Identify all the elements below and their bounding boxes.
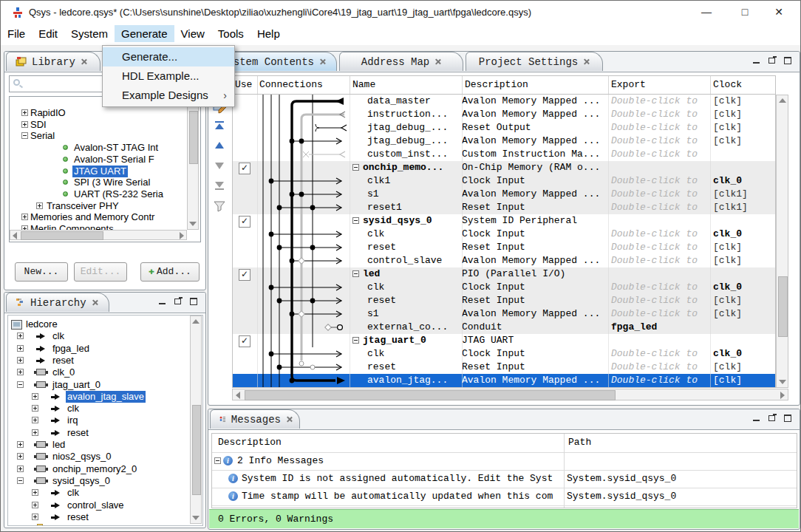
hierarchy-tree-item-ledcore[interactable]: ledcore (8, 318, 202, 330)
move-up-icon[interactable] (213, 140, 231, 158)
clock-cell[interactable]: [clk] (710, 374, 776, 387)
clock-cell[interactable]: [clk] (710, 241, 776, 254)
hierarchy-maximize-icon[interactable] (189, 297, 198, 305)
table-row-clk[interactable]: clkClock InputDouble-click toclk_0 (233, 228, 775, 241)
clock-cell[interactable] (710, 148, 776, 161)
clock-cell[interactable]: [clk] (710, 294, 776, 307)
export-cell[interactable]: fpga_led (608, 321, 712, 334)
column-header-description[interactable]: Description (465, 79, 528, 90)
minus-expander-icon[interactable] (17, 381, 24, 388)
export-cell[interactable]: Double-click to (608, 281, 712, 294)
tab-close-icon[interactable] (434, 58, 441, 65)
column-header-name[interactable]: Name (352, 79, 375, 90)
clock-cell[interactable]: [clk] (710, 134, 776, 148)
add-button[interactable]: ✚Add... (140, 262, 200, 282)
clock-cell[interactable]: [clk1] (710, 201, 776, 214)
export-cell[interactable]: Double-click to (608, 294, 712, 307)
system-contents-vscrollbar[interactable] (776, 95, 788, 388)
menu-item-example-designs[interactable]: Example Designs› (103, 86, 234, 105)
new-button[interactable]: New... (15, 262, 68, 282)
minus-expander-icon[interactable] (352, 337, 359, 344)
messages-tab[interactable]: Messages (210, 409, 300, 429)
export-cell[interactable]: Double-click to (608, 201, 712, 214)
hierarchy-tree-item-clk[interactable]: clk (8, 487, 202, 499)
export-cell[interactable] (608, 214, 712, 228)
plus-expander-icon[interactable] (17, 525, 24, 526)
use-checkbox[interactable]: ✓ (239, 335, 250, 347)
table-row-jtag-debug[interactable]: jtag_debug_...Reset OutputDouble-click t… (233, 121, 775, 134)
minus-expander-icon[interactable] (17, 477, 24, 484)
messages-float-icon[interactable] (768, 414, 777, 422)
menu-item-hdl-example[interactable]: HDL Example... (103, 66, 234, 86)
clock-cell[interactable]: clk_0 (710, 228, 776, 241)
table-row-instruction[interactable]: instruction...Avalon Memory Mapped ...Do… (233, 108, 775, 121)
plus-expander-icon[interactable] (32, 393, 38, 400)
hierarchy-tree-vscrollbar[interactable] (190, 316, 202, 524)
clock-cell[interactable] (710, 267, 776, 281)
table-row-reset[interactable]: resetReset InputDouble-click to[clk] (233, 361, 775, 374)
messages-column-description[interactable]: Description (218, 437, 282, 448)
menu-tools[interactable]: Tools (211, 25, 250, 42)
export-cell[interactable]: Double-click to (608, 121, 712, 134)
table-row-onchip-memo[interactable]: ✓onchip_memo...On-Chip Memory (RAM o... (233, 161, 775, 174)
minus-expander-icon[interactable] (214, 457, 221, 464)
plus-expander-icon[interactable] (32, 405, 38, 412)
hierarchy-tab-close-icon[interactable] (92, 299, 98, 306)
clock-cell[interactable]: [clk] (710, 121, 776, 134)
export-cell[interactable]: Double-click to (608, 374, 712, 387)
table-row-external-co[interactable]: external_co...Conduitfpga_led (233, 321, 775, 334)
export-cell[interactable]: Double-click to (608, 241, 712, 254)
table-row-s1[interactable]: s1Avalon Memory Mapped ...Double-click t… (233, 307, 775, 321)
menu-edit[interactable]: Edit (32, 25, 64, 42)
clock-cell[interactable]: [clk] (710, 361, 776, 374)
minus-expander-icon[interactable] (352, 270, 359, 277)
tab-address-map[interactable]: Address Map (339, 52, 463, 71)
menu-file[interactable]: File (1, 25, 32, 42)
use-checkbox[interactable]: ✓ (239, 216, 250, 228)
export-cell[interactable]: Double-click to (608, 361, 712, 374)
table-row-reset[interactable]: resetReset InputDouble-click to[clk] (233, 294, 775, 307)
column-header-clock[interactable]: Clock (713, 79, 742, 90)
export-cell[interactable] (608, 267, 712, 281)
plus-expander-icon[interactable] (32, 489, 38, 496)
hierarchy-tree-item-reset[interactable]: reset (8, 355, 202, 366)
clock-cell[interactable] (710, 214, 776, 228)
menu-view[interactable]: View (174, 25, 211, 42)
hierarchy-tree-item-led[interactable]: led (8, 439, 202, 451)
table-row-control-slave[interactable]: control_slaveAvalon Memory Mapped ...Dou… (233, 254, 775, 267)
clock-cell[interactable]: [clk] (710, 108, 776, 121)
hierarchy-tree-item-jtag-uart-0[interactable]: jtag_uart_0 (8, 379, 202, 391)
plus-expander-icon[interactable] (32, 417, 38, 423)
plus-expander-icon[interactable] (17, 441, 24, 448)
hierarchy-tree-item-irq[interactable]: irq (8, 415, 202, 426)
plus-expander-icon[interactable] (17, 453, 24, 460)
system-contents-minimize-icon[interactable] (752, 56, 761, 64)
table-row-clk1[interactable]: clk1Clock InputDouble-click toclk_0 (233, 174, 775, 188)
export-cell[interactable]: Double-click to (608, 228, 712, 241)
messages-tab-close-icon[interactable] (286, 416, 290, 423)
messages-maximize-icon[interactable] (783, 414, 792, 422)
clock-cell[interactable]: clk_0 (710, 174, 776, 188)
table-row-s1[interactable]: s1Avalon Memory Mapped ...Double-click t… (233, 188, 775, 201)
menu-generate[interactable]: Generate (115, 25, 174, 42)
hierarchy-tree-item-clk[interactable]: clk (8, 330, 202, 342)
clock-cell[interactable]: [clk] (710, 254, 776, 267)
hierarchy-tab[interactable]: Hierarchy (6, 293, 109, 312)
plus-expander-icon[interactable] (32, 502, 38, 508)
hierarchy-tree-item-fpga-led[interactable]: fpga_led (8, 343, 202, 355)
system-contents-maximize-icon[interactable] (783, 56, 792, 64)
move-bottom-icon[interactable] (213, 180, 231, 198)
tab-project-settings[interactable]: Project Settings (466, 52, 603, 71)
column-header-connections[interactable]: Connections (259, 79, 323, 90)
menu-item-generate[interactable]: Generate... (103, 47, 234, 66)
hierarchy-tree-item-clk[interactable]: clk (8, 403, 202, 415)
menu-system[interactable]: System (64, 25, 115, 42)
table-row-led[interactable]: ✓ledPIO (Parallel I/O) (233, 267, 775, 281)
table-row-avalon-jtag[interactable]: avalon_jtag...Avalon Memory Mapped ...Do… (233, 374, 775, 387)
edit-button[interactable]: Edit... (74, 262, 127, 282)
clock-cell[interactable]: [clk] (710, 95, 776, 108)
plus-expander-icon[interactable] (32, 429, 38, 436)
export-cell[interactable] (608, 334, 712, 347)
hierarchy-tree-item-avalon-jtag-slave[interactable]: avalon_jtag_slave (8, 391, 202, 403)
clock-cell[interactable] (710, 321, 776, 334)
